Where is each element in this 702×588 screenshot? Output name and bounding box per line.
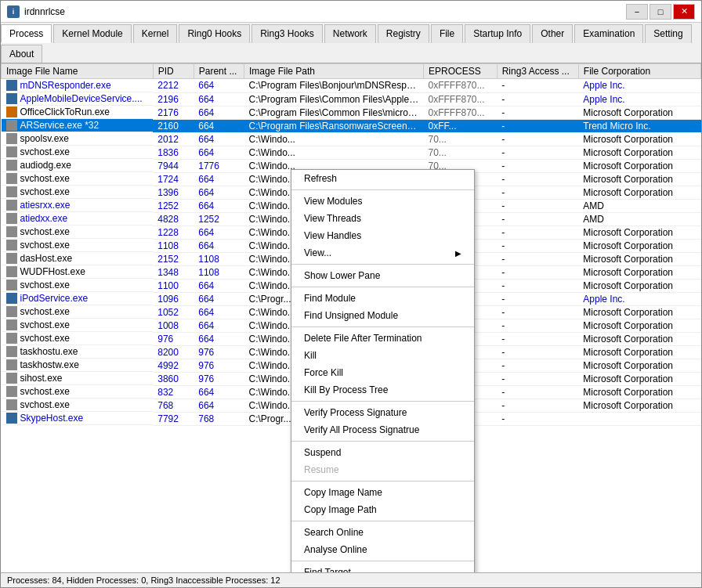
title-controls: − □ ✕ [626, 4, 695, 20]
ring3-cell: - [497, 332, 578, 345]
tab-registry[interactable]: Registry [378, 24, 429, 43]
table-row[interactable]: mDNSResponder.exe2212664C:\Program Files… [2, 79, 701, 93]
corp-cell: Microsoft Corporation [578, 132, 700, 146]
menu-item-analyse-online[interactable]: Analyse Online [291, 541, 474, 558]
ring3-cell: - [497, 212, 578, 225]
pid-cell: 3860 [153, 372, 194, 385]
app-icon: i [7, 5, 20, 18]
menu-item-label: View Handles [304, 230, 361, 241]
eprocess-cell: 0xFFFF870... [424, 79, 498, 93]
tab-process[interactable]: Process [1, 24, 52, 43]
menu-item-find-module[interactable]: Find Module [291, 290, 474, 307]
process-name-cell: mDNSResponder.exe [2, 79, 154, 92]
pid-cell: 2196 [153, 92, 194, 106]
parent-cell: 976 [194, 359, 244, 372]
tab-startup-info[interactable]: Startup Info [465, 24, 530, 43]
tab-network[interactable]: Network [324, 24, 376, 43]
process-name-cell: atiesrxx.exe [2, 199, 154, 212]
process-name-cell: svchost.exe [2, 239, 154, 252]
ring3-cell: - [497, 225, 578, 239]
col-ring3-access[interactable]: Ring3 Access ... [497, 64, 578, 79]
menu-item-view[interactable]: View...▶ [291, 244, 474, 262]
ring3-cell: - [497, 412, 578, 425]
pid-cell: 1348 [153, 265, 194, 279]
menu-item-view-handles[interactable]: View Handles [291, 227, 474, 244]
menu-separator [291, 264, 474, 265]
menu-item-suspend[interactable]: Suspend [291, 444, 474, 461]
menu-item-label: Search Online [304, 527, 364, 538]
menu-item-search-online[interactable]: Search Online [291, 524, 474, 541]
menu-item-kill-by-process-tree[interactable]: Kill By Process Tree [291, 381, 474, 399]
process-name-cell: taskhostu.exe [2, 345, 154, 359]
ring3-cell: - [497, 359, 578, 372]
col-eprocess[interactable]: EPROCESS [424, 64, 498, 79]
col-image-file-path[interactable]: Image File Path [244, 64, 423, 79]
menu-item-copy-image-name[interactable]: Copy Image Name [291, 484, 474, 501]
tab-kernel[interactable]: Kernel [133, 24, 178, 43]
menu-item-delete-file-after-termination[interactable]: Delete File After Termination [291, 330, 474, 347]
col-pid[interactable]: PID [153, 64, 194, 79]
path-cell: C:\Windo... [244, 146, 423, 159]
table-row[interactable]: AppleMobileDeviceService....2196664C:\Pr… [2, 92, 701, 106]
process-name-cell: svchost.exe [2, 385, 154, 399]
process-name-cell: svchost.exe [2, 332, 154, 345]
tab-examination[interactable]: Examination [574, 24, 643, 43]
pid-cell: 1108 [153, 239, 194, 252]
minimize-button[interactable]: − [626, 4, 648, 20]
menu-item-force-kill[interactable]: Force Kill [291, 364, 474, 381]
menu-item-label: View Modules [304, 196, 362, 207]
col-parent[interactable]: Parent ... [194, 64, 244, 79]
menu-item-label: Find Target [304, 567, 351, 572]
status-text: Processes: 84, Hidden Processes: 0, Ring… [7, 575, 280, 585]
parent-cell: 664 [194, 199, 244, 212]
ring3-cell: - [497, 345, 578, 359]
ring3-cell: - [497, 252, 578, 265]
process-name-cell: atiedxx.exe [2, 212, 154, 225]
corp-cell: Microsoft Corporation [578, 372, 700, 385]
tab-kernel-module[interactable]: Kernel Module [53, 24, 131, 43]
process-name-cell: sihost.exe [2, 372, 154, 385]
menu-item-view-threads[interactable]: View Threads [291, 210, 474, 227]
corp-cell: Microsoft Corporation [578, 146, 700, 159]
window-title: irdnnrlcse [24, 6, 65, 17]
menu-separator [291, 189, 474, 190]
maximize-button[interactable]: □ [650, 4, 671, 20]
process-name-cell: SkypeHost.exe [2, 412, 154, 425]
table-row[interactable]: OfficeClickToRun.exe2176664C:\Program Fi… [2, 106, 701, 119]
menu-item-kill[interactable]: Kill [291, 347, 474, 364]
tab-ring3-hooks[interactable]: Ring3 Hooks [251, 24, 323, 43]
menu-item-verify-process-signature[interactable]: Verify Process Signature [291, 404, 474, 421]
process-name-cell: OfficeClickToRun.exe [2, 106, 154, 119]
eprocess-cell: 0xFF... [424, 119, 498, 132]
parent-cell: 664 [194, 172, 244, 186]
ring3-cell: - [497, 172, 578, 186]
menu-item-find-target[interactable]: Find Target [291, 564, 474, 572]
close-button[interactable]: ✕ [673, 4, 695, 20]
corp-cell: AMD [578, 199, 700, 212]
table-row[interactable]: ARService.exe *322160664C:\Program Files… [2, 119, 701, 132]
pid-cell: 1228 [153, 225, 194, 239]
col-file-corporation[interactable]: File Corporation [578, 64, 700, 79]
menu-item-copy-image-path[interactable]: Copy Image Path [291, 501, 474, 518]
menu-item-show-lower-pane[interactable]: Show Lower Pane [291, 267, 474, 284]
table-row[interactable]: svchost.exe1836664C:\Windo...70...-Micro… [2, 146, 701, 159]
parent-cell: 664 [194, 279, 244, 292]
tab-file[interactable]: File [431, 24, 463, 43]
process-name-cell: ARService.exe *32 [2, 119, 154, 132]
tab-about[interactable]: About [1, 45, 42, 63]
col-image-file-name[interactable]: Image File Name [2, 64, 154, 79]
menu-separator [291, 326, 474, 327]
tab-ring0-hooks[interactable]: Ring0 Hooks [179, 24, 250, 43]
process-name-cell: audiodg.exe [2, 159, 154, 172]
tab-other[interactable]: Other [532, 24, 573, 43]
pid-cell: 7944 [153, 159, 194, 172]
menu-item-find-unsigned-module[interactable]: Find Unsigned Module [291, 307, 474, 324]
table-row[interactable]: spoolsv.exe2012664C:\Windo...70...-Micro… [2, 132, 701, 146]
parent-cell: 976 [194, 372, 244, 385]
menu-item-view-modules[interactable]: View Modules [291, 193, 474, 210]
menu-item-verify-all-process-signatrue[interactable]: Verify All Process Signatrue [291, 421, 474, 438]
tab-setting[interactable]: Setting [645, 24, 691, 43]
process-name-cell: AppleMobileDeviceService.... [2, 92, 154, 106]
process-name-cell: svchost.exe [2, 319, 154, 332]
menu-item-refresh[interactable]: Refresh [291, 170, 474, 187]
